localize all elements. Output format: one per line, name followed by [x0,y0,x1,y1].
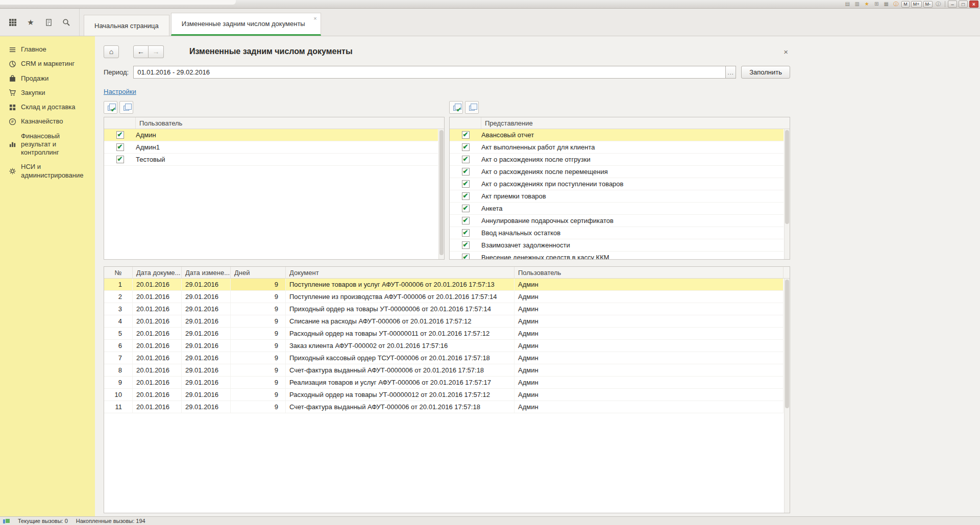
users-scrollbar[interactable] [438,129,444,259]
column-header-mod-date[interactable]: Дата измене... [182,267,231,278]
sidebar-item-treasury[interactable]: ₽ Казначейство [0,114,95,129]
calendar-icon[interactable]: ▦ [882,1,890,8]
minimize-button[interactable]: – [948,1,957,8]
row-checkbox[interactable] [450,143,481,151]
column-header-document[interactable]: Документ [286,267,514,278]
document-type-row[interactable]: Акт выполненных работ для клиента [450,141,783,154]
tab-close-icon[interactable]: × [313,15,316,21]
row-checkbox[interactable] [450,156,481,163]
document-type-row[interactable]: Аннулирование подарочных сертификатов [450,215,783,227]
user-row[interactable]: Тестовый [104,154,438,166]
row-checkbox[interactable] [104,131,136,139]
history-icon[interactable] [44,18,53,27]
document-types-list-body: Авансовый отчет Акт выполненных работ дл… [450,129,790,259]
form-close-icon[interactable]: × [783,47,788,56]
user-row[interactable]: Админ1 [104,141,438,154]
sidebar-item-main[interactable]: Главное [0,42,95,57]
info-icon[interactable]: ⓘ [892,1,900,8]
forward-button[interactable]: → [149,45,164,58]
table-row[interactable]: 8 20.01.2016 29.01.2016 9 Счет-фактура в… [104,364,783,377]
close-window-button[interactable]: × [969,1,978,8]
sidebar-item-sales[interactable]: Продажи [0,71,95,86]
cell-number: 9 [104,377,133,388]
table-row[interactable]: 9 20.01.2016 29.01.2016 9 Реализация тов… [104,377,783,389]
tab-backdated-documents[interactable]: Измененные задним числом документы × [171,13,321,36]
table-row[interactable]: 2 20.01.2016 29.01.2016 9 Поступление из… [104,291,783,303]
document-type-row[interactable]: Взаимозачет задолженности [450,239,783,252]
table-row[interactable]: 4 20.01.2016 29.01.2016 9 Списание на ра… [104,315,783,328]
calculator-icon[interactable]: ⊞ [872,1,880,8]
document-type-row[interactable]: Ввод начальных остатков [450,227,783,239]
clear-all-flags-button[interactable] [119,101,133,114]
column-header-days[interactable]: Дней [231,267,286,278]
document-type-row[interactable]: Акт о расхождениях при поступлении товар… [450,178,783,190]
set-all-flags-button[interactable]: ✔ [449,101,463,114]
sidebar-item-finance[interactable]: Финансовый результат и контроллинг [0,129,95,160]
search-icon[interactable] [62,18,71,27]
table-row[interactable]: 1 20.01.2016 29.01.2016 9 Поступление то… [104,279,783,291]
scale-m-minus-button[interactable]: M- [923,1,933,8]
table-row[interactable]: 11 20.01.2016 29.01.2016 9 Счет-фактура … [104,401,783,413]
column-header-doc-date[interactable]: Дата докуме... [133,267,182,278]
set-all-flags-button[interactable]: ✔ [104,101,117,114]
main-menu-icon[interactable] [8,18,17,27]
row-checkbox[interactable] [450,241,481,249]
row-checkbox[interactable] [450,168,481,176]
column-header-user[interactable]: Пользователь [514,267,783,278]
row-checkbox[interactable] [450,131,481,139]
maximize-button[interactable]: □ [959,1,968,8]
settings-link[interactable]: Настройки [104,88,136,95]
cell-mod-date: 29.01.2016 [182,377,231,388]
favorites-icon[interactable]: ★ [26,18,35,27]
period-choose-button[interactable]: ... [726,66,736,79]
row-checkbox[interactable] [450,229,481,237]
scale-m-button[interactable]: M [901,1,910,8]
user-row[interactable]: Админ [104,129,438,141]
row-checkbox[interactable] [450,205,481,212]
help-icon[interactable]: ⓘ [934,1,942,8]
scrollbar-thumb[interactable] [785,280,789,408]
table-row[interactable]: 3 20.01.2016 29.01.2016 9 Приходный орде… [104,303,783,315]
cell-mod-date: 29.01.2016 [182,340,231,352]
table-scrollbar[interactable] [784,279,790,513]
home-button[interactable]: ⌂ [104,45,119,58]
table-row[interactable]: 7 20.01.2016 29.01.2016 9 Приходный касс… [104,352,783,364]
document-type-row[interactable]: Внесение денежных средств в кассу ККМ [450,252,783,259]
clear-all-flags-button[interactable] [465,101,479,114]
star-icon[interactable]: ★ [863,1,871,8]
sidebar-item-warehouse[interactable]: Склад и доставка [0,100,95,114]
row-checkbox[interactable] [104,156,136,163]
row-checkbox[interactable] [450,192,481,200]
row-checkbox[interactable] [450,254,481,259]
titlebar-separator [945,1,945,7]
sidebar-item-administration[interactable]: НСИ и администрирование [0,160,95,183]
row-checkbox[interactable] [104,143,136,151]
back-button[interactable]: ← [133,45,149,58]
sidebar-item-crm[interactable]: CRM и маркетинг [0,57,95,71]
scale-m-plus-button[interactable]: M+ [911,1,922,8]
table-row[interactable]: 10 20.01.2016 29.01.2016 9 Расходный орд… [104,389,783,401]
scrollbar-thumb[interactable] [785,130,789,224]
print-icon[interactable]: ▥ [853,1,861,8]
cell-doc-date: 20.01.2016 [133,377,182,388]
column-header-number[interactable]: № [104,267,133,278]
period-input[interactable] [133,66,726,79]
fill-button[interactable]: Заполнить [741,66,790,79]
document-type-row[interactable]: Авансовый отчет [450,129,783,141]
table-row[interactable]: 6 20.01.2016 29.01.2016 9 Заказ клиента … [104,340,783,352]
cell-user: Админ [514,315,783,327]
sidebar-item-purchases[interactable]: Закупки [0,86,95,100]
checkbox-column-header [104,117,136,129]
document-types-scrollbar[interactable] [784,129,790,259]
row-checkbox[interactable] [450,217,481,224]
scrollbar-thumb[interactable] [439,130,444,255]
row-checkbox[interactable] [450,180,481,188]
table-row[interactable]: 5 20.01.2016 29.01.2016 9 Расходный орде… [104,328,783,340]
cell-days: 9 [231,315,286,327]
document-type-row[interactable]: Анкета [450,203,783,215]
tab-home[interactable]: Начальная страница [84,15,169,36]
document-type-row[interactable]: Акт о расхождениях после отгрузки [450,154,783,166]
save-icon[interactable]: ▤ [843,1,851,8]
document-type-row[interactable]: Акт приемки товаров [450,190,783,203]
document-type-row[interactable]: Акт о расхождениях после перемещения [450,166,783,178]
